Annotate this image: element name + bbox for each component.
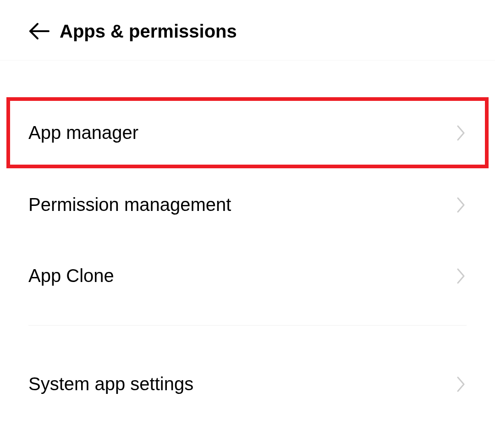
page-title: Apps & permissions (60, 21, 237, 42)
settings-list: App manager Permission management App Cl… (0, 61, 495, 420)
list-item-label: Permission management (28, 194, 231, 215)
list-item-label: System app settings (28, 374, 193, 394)
header: Apps & permissions (0, 0, 495, 61)
arrow-left-icon (28, 22, 50, 40)
list-item-system-app-settings[interactable]: System app settings (0, 348, 495, 420)
list-item-app-clone[interactable]: App Clone (0, 240, 495, 311)
list-item-permission-management[interactable]: Permission management (0, 169, 495, 240)
chevron-right-icon (456, 375, 467, 393)
chevron-right-icon (456, 267, 467, 285)
back-button[interactable] (28, 21, 50, 42)
list-item-label: App Clone (28, 265, 114, 286)
list-item-label: App manager (28, 122, 138, 143)
chevron-right-icon (456, 196, 467, 214)
chevron-right-icon (456, 124, 467, 142)
list-item-app-manager[interactable]: App manager (6, 97, 489, 168)
divider (28, 325, 467, 326)
